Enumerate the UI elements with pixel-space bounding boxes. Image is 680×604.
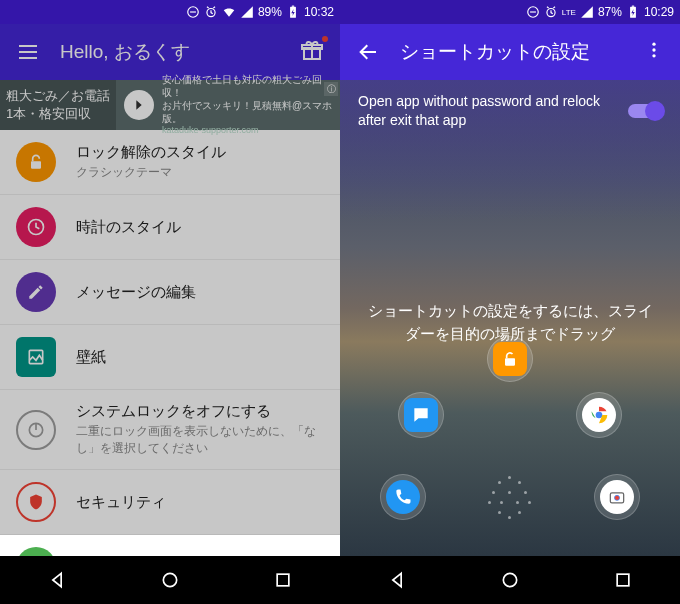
menu-icon[interactable] <box>16 40 40 64</box>
time-text: 10:29 <box>644 5 674 19</box>
screen-settings-list: 89% 10:32 Hello, おるくす 粗大ごみ／お電話 1本・格安回収 安… <box>0 0 340 604</box>
recents-button[interactable] <box>613 570 633 590</box>
app-title: ショートカットの設定 <box>400 39 624 65</box>
signal-icon <box>580 5 594 19</box>
edit-icon <box>16 272 56 312</box>
ad-headline: 粗大ごみ／お電話 1本・格安回収 <box>0 80 116 130</box>
back-icon[interactable] <box>356 40 380 64</box>
shortcut-icon <box>16 547 56 556</box>
row-system-lock-off[interactable]: システムロックをオフにする二重にロック画面を表示しないために、「なし」を選択して… <box>0 390 340 470</box>
signal-icon <box>240 5 254 19</box>
lock-open-icon <box>500 349 520 369</box>
shortcut-slot-bottom-left[interactable] <box>380 474 426 520</box>
lock-icon <box>16 142 56 182</box>
row-unlock-style[interactable]: ロック解除のスタイルクラシックテーマ <box>0 130 340 195</box>
time-text: 10:32 <box>304 5 334 19</box>
row-message-edit[interactable]: メッセージの編集 <box>0 260 340 325</box>
svg-rect-31 <box>617 574 629 586</box>
gift-icon <box>300 38 324 62</box>
row-security[interactable]: セキュリティ <box>0 470 340 535</box>
camera-icon <box>607 487 627 507</box>
back-button[interactable] <box>47 570 67 590</box>
back-button[interactable] <box>387 570 407 590</box>
svg-point-22 <box>652 48 655 51</box>
battery-text: 89% <box>258 5 282 19</box>
notification-dot <box>322 36 328 42</box>
alarm-icon <box>204 5 218 19</box>
drag-handle[interactable] <box>480 466 540 526</box>
ad-body: 安心価格で土日も対応の粗大ごみ回収！ お片付でスッキリ！見積無料@スマホ版。 k… <box>162 73 340 137</box>
chrome-icon <box>589 405 609 425</box>
battery-icon <box>626 5 640 19</box>
clock-icon <box>16 207 56 247</box>
alarm-icon <box>544 5 558 19</box>
home-button[interactable] <box>500 570 520 590</box>
dnd-icon <box>526 5 540 19</box>
shortcut-slot-bottom-right[interactable] <box>594 474 640 520</box>
screen-shortcut-settings: LTE 87% 10:29 ショートカットの設定 Open app withou… <box>340 0 680 604</box>
svg-point-26 <box>596 412 603 419</box>
shortcut-ring <box>380 336 640 536</box>
recents-button[interactable] <box>273 570 293 590</box>
shortcut-slot-left[interactable] <box>398 392 444 438</box>
image-icon <box>16 337 56 377</box>
lte-text: LTE <box>562 8 576 17</box>
battery-text: 87% <box>598 5 622 19</box>
home-button[interactable] <box>160 570 180 590</box>
toggle-switch[interactable] <box>628 104 662 118</box>
shield-icon <box>16 482 56 522</box>
overflow-button[interactable] <box>644 40 664 64</box>
phone-icon <box>393 487 413 507</box>
svg-rect-15 <box>277 574 289 586</box>
ad-banner[interactable]: 粗大ごみ／お電話 1本・格安回収 安心価格で土日も対応の粗大ごみ回収！ お片付で… <box>0 80 340 130</box>
svg-rect-20 <box>632 6 634 7</box>
svg-point-23 <box>652 54 655 57</box>
shortcut-slot-right[interactable] <box>576 392 622 438</box>
status-bar: 89% 10:32 <box>0 0 340 24</box>
battery-icon <box>286 5 300 19</box>
svg-rect-4 <box>292 6 294 7</box>
toggle-open-without-password[interactable]: Open app without password and relock aft… <box>340 80 680 142</box>
app-bar: Hello, おるくす <box>0 24 340 80</box>
settings-list[interactable]: ロック解除のスタイルクラシックテーマ 時計のスタイル メッセージの編集 壁紙 シ… <box>0 130 340 556</box>
row-wallpaper[interactable]: 壁紙 <box>0 325 340 390</box>
svg-rect-24 <box>505 358 515 366</box>
nav-bar <box>340 556 680 604</box>
svg-point-14 <box>163 573 176 586</box>
row-clock-style[interactable]: 時計のスタイル <box>0 195 340 260</box>
power-icon <box>16 410 56 450</box>
status-bar: LTE 87% 10:29 <box>340 0 680 24</box>
ad-info-icon[interactable]: ⓘ <box>324 82 338 96</box>
app-bar: ショートカットの設定 <box>340 24 680 80</box>
ad-arrow-icon <box>124 90 154 120</box>
gift-button[interactable] <box>300 38 324 66</box>
dnd-icon <box>186 5 200 19</box>
messages-icon <box>411 405 431 425</box>
nav-bar <box>0 556 340 604</box>
row-shortcut[interactable]: ショートカット <box>0 535 340 556</box>
svg-point-21 <box>652 43 655 46</box>
wifi-icon <box>222 5 236 19</box>
app-title: Hello, おるくす <box>60 39 280 65</box>
svg-rect-7 <box>31 161 41 169</box>
svg-point-30 <box>503 573 516 586</box>
shortcut-slot-top[interactable] <box>487 336 533 382</box>
